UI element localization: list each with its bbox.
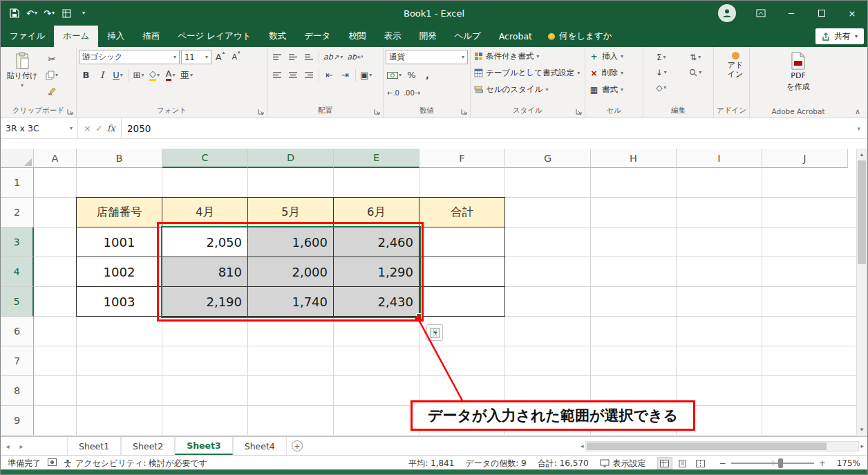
sort-filter-button[interactable]: ⇅▾	[680, 50, 712, 64]
underline-button[interactable]: U▾	[111, 68, 125, 82]
sheet-nav-left-icon[interactable]: ◂	[1, 437, 15, 455]
cell-B2[interactable]: 店舗番号	[77, 198, 162, 227]
cell-D5[interactable]: 1,740	[248, 287, 334, 317]
cell-E2[interactable]: 6月	[334, 198, 419, 227]
cells-area[interactable]: 店舗番号 4月 5月 6月 合計 1001 2,050 1,600 2,460 …	[34, 168, 856, 436]
tab-page-layout[interactable]: ページ レイアウト	[169, 26, 260, 47]
tab-file[interactable]: ファイル	[1, 26, 54, 47]
tab-home[interactable]: ホーム	[54, 26, 98, 47]
increase-indent-button[interactable]: ⇥	[338, 68, 352, 82]
percent-style-button[interactable]: %	[404, 68, 419, 82]
alignment-dialog-launcher[interactable]	[373, 108, 381, 115]
normal-view-button[interactable]	[657, 457, 672, 469]
select-all-button[interactable]	[1, 149, 34, 168]
increase-font-button[interactable]: A▴	[213, 50, 227, 64]
italic-button[interactable]: I	[95, 68, 109, 82]
column-header-b[interactable]: B	[77, 149, 162, 168]
merge-center-button[interactable]: ▣▾	[359, 68, 373, 82]
cell-C3-active[interactable]: 2,050	[162, 227, 248, 257]
accessibility-checker[interactable]: アクセシビリティ: 検討が必要です	[64, 458, 207, 469]
paste-button[interactable]: 貼り付け ▾	[3, 49, 41, 98]
cell-C2[interactable]: 4月	[162, 198, 248, 227]
column-header-c[interactable]: C	[162, 149, 248, 168]
scroll-left-icon[interactable]: ◂	[581, 442, 584, 451]
autosum-button[interactable]: Σ▾	[645, 50, 677, 64]
decrease-font-button[interactable]: A▾	[229, 50, 243, 64]
column-header-a[interactable]: A	[34, 149, 77, 168]
delete-cells-button[interactable]: ×削除▾	[587, 66, 641, 80]
tab-draw[interactable]: 描画	[133, 26, 169, 47]
collapse-ribbon-button[interactable]: ∧	[855, 107, 860, 116]
cut-button[interactable]: ✂	[44, 52, 59, 66]
sheet-nav-right-icon[interactable]: ▸	[15, 437, 28, 455]
font-color-button[interactable]: A▾	[163, 68, 178, 82]
sheet-tab-sheet4[interactable]: Sheet4	[233, 437, 287, 455]
bold-button[interactable]: B	[79, 68, 93, 82]
increase-decimal-button[interactable]: ←.0	[386, 86, 401, 100]
vertical-scroll-thumb[interactable]	[858, 160, 866, 264]
quick-analysis-button[interactable]	[426, 324, 443, 341]
confirm-entry-button[interactable]: ✓	[95, 123, 103, 133]
maximize-button[interactable]	[806, 1, 837, 26]
cell-E3[interactable]: 2,460	[334, 227, 419, 257]
tell-me-box[interactable]: 何をしますか	[548, 26, 612, 47]
styles-dialog-launcher[interactable]	[575, 108, 583, 115]
zoom-in-button[interactable]: +	[819, 458, 826, 468]
row-header-8[interactable]: 8	[1, 376, 34, 406]
cell-styles-button[interactable]: セルのスタイル▾	[473, 82, 583, 97]
close-button[interactable]: ×	[837, 1, 867, 26]
horizontal-scroll-thumb[interactable]	[587, 443, 827, 450]
clipboard-dialog-launcher[interactable]	[66, 108, 74, 115]
borders-button[interactable]: ⊞▾	[131, 68, 146, 82]
row-header-9[interactable]: 9	[1, 406, 34, 436]
cell-D4[interactable]: 2,000	[248, 257, 334, 287]
horizontal-scroll-track[interactable]	[585, 441, 860, 451]
cell-F2[interactable]: 合計	[419, 198, 505, 227]
align-middle-button[interactable]	[285, 50, 300, 64]
align-right-button[interactable]	[301, 68, 316, 82]
sheet-tab-sheet1[interactable]: Sheet1	[67, 437, 121, 455]
display-settings-button[interactable]: 表示設定	[600, 458, 646, 469]
fill-color-button[interactable]: ◇▾	[147, 68, 162, 82]
font-dialog-launcher[interactable]	[257, 108, 265, 115]
cell-B5[interactable]: 1003	[77, 287, 162, 317]
ribbon-display-options-button[interactable]	[746, 1, 776, 26]
cell-F3[interactable]	[419, 227, 505, 257]
new-sheet-button[interactable]: +	[287, 437, 308, 455]
accounting-format-button[interactable]: ▾	[386, 68, 403, 82]
orientation-button[interactable]: ab↗▾	[322, 50, 344, 64]
addins-button[interactable]: アドイン	[716, 49, 755, 79]
fill-button[interactable]: ↓▾	[645, 66, 677, 80]
tab-view[interactable]: 表示	[375, 26, 410, 47]
create-pdf-button[interactable]: PDF を作成	[752, 49, 845, 91]
cell-E5[interactable]: 2,430	[334, 287, 419, 317]
cell-D2[interactable]: 5月	[248, 198, 334, 227]
customize-qat-button[interactable]: ▾	[75, 4, 92, 22]
share-button[interactable]: 共有▾	[815, 28, 864, 44]
name-box[interactable]: 3R x 3C▾	[1, 118, 78, 138]
insert-cells-button[interactable]: +挿入▾	[587, 49, 641, 64]
decrease-decimal-button[interactable]: .00→	[402, 86, 422, 100]
cell-E4[interactable]: 1,290	[334, 257, 419, 287]
cell-F5[interactable]	[419, 287, 505, 317]
row-header-5[interactable]: 5	[1, 287, 34, 317]
save-button[interactable]	[6, 4, 23, 22]
tab-developer[interactable]: 開発	[410, 26, 445, 47]
formula-bar-expand-button[interactable]: ▾	[850, 118, 867, 138]
align-center-button[interactable]	[285, 68, 300, 82]
undo-button[interactable]: ↶▾	[23, 4, 40, 22]
zoom-level[interactable]: 175%	[837, 458, 860, 468]
row-header-2[interactable]: 2	[1, 198, 34, 227]
row-header-1[interactable]: 1	[1, 168, 34, 198]
row-header-7[interactable]: 7	[1, 346, 34, 376]
find-select-button[interactable]: ▾	[680, 66, 712, 80]
fill-handle[interactable]	[416, 313, 422, 319]
align-left-button[interactable]	[270, 68, 284, 82]
redo-button[interactable]: ↷▾	[41, 4, 57, 22]
zoom-slider[interactable]	[731, 463, 814, 464]
decrease-indent-button[interactable]: ⇤	[322, 68, 337, 82]
cell-F4[interactable]	[419, 257, 505, 287]
zoom-out-button[interactable]: −	[719, 458, 726, 468]
zoom-slider-thumb[interactable]	[778, 458, 783, 468]
row-header-3[interactable]: 3	[1, 227, 34, 257]
